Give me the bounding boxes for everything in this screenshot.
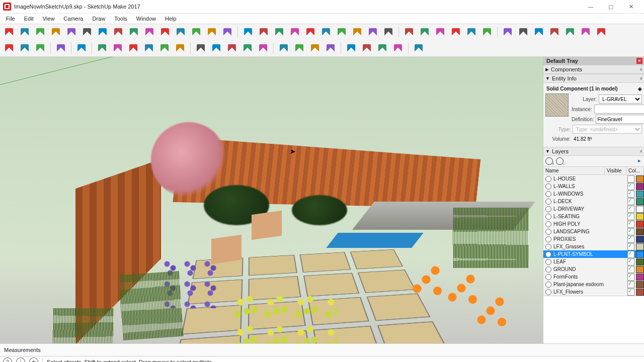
pan-button[interactable] bbox=[292, 41, 306, 55]
layer-visible-checkbox[interactable] bbox=[627, 274, 634, 281]
text-button[interactable] bbox=[225, 41, 239, 55]
redo-button[interactable] bbox=[127, 25, 141, 39]
3pt-arc-button[interactable] bbox=[366, 25, 380, 39]
back-arrow-button[interactable] bbox=[174, 25, 188, 39]
pie-button[interactable] bbox=[381, 25, 395, 39]
layer-row[interactable]: L-HOUSE bbox=[543, 175, 644, 183]
layer-active-radio[interactable] bbox=[545, 191, 551, 197]
camera-button[interactable] bbox=[205, 25, 219, 39]
layer-active-radio[interactable] bbox=[545, 282, 551, 288]
layer-active-radio[interactable] bbox=[545, 251, 551, 257]
arc2-button[interactable] bbox=[54, 41, 68, 55]
offset-button[interactable] bbox=[579, 25, 593, 39]
layer-active-radio[interactable] bbox=[545, 229, 551, 235]
polygon-button[interactable] bbox=[319, 25, 333, 39]
layer-visible-checkbox[interactable] bbox=[627, 228, 634, 235]
select-arrow-button[interactable] bbox=[2, 41, 16, 55]
layer-active-radio[interactable] bbox=[545, 236, 551, 242]
geolocate-button[interactable] bbox=[402, 25, 416, 39]
layer-active-radio[interactable] bbox=[545, 244, 551, 250]
layer-active-radio[interactable] bbox=[545, 221, 551, 227]
layer-visible-checkbox[interactable] bbox=[627, 289, 634, 296]
panel-close-icon[interactable]: × bbox=[639, 76, 642, 81]
viewport-3d[interactable]: ➤ bbox=[0, 57, 543, 343]
layer-row[interactable]: Plant-japanse esdoorn bbox=[543, 281, 644, 288]
info-icon[interactable]: i bbox=[16, 357, 25, 362]
layer-active-radio[interactable] bbox=[545, 176, 551, 182]
layer-row[interactable]: GROUND bbox=[543, 265, 644, 273]
menu-camera[interactable]: Camera bbox=[59, 15, 87, 23]
entity-instance-input[interactable] bbox=[594, 105, 644, 114]
line-button[interactable] bbox=[33, 41, 47, 55]
open-button[interactable] bbox=[18, 25, 32, 39]
minimize-button[interactable]: — bbox=[581, 0, 601, 13]
axes-button[interactable] bbox=[240, 41, 255, 55]
layer-color-swatch[interactable] bbox=[636, 183, 644, 190]
fwd-arrow-button[interactable] bbox=[189, 25, 203, 39]
menu-file[interactable]: File bbox=[2, 15, 19, 23]
rotate-red-button[interactable] bbox=[516, 25, 530, 39]
pushpull-button[interactable] bbox=[95, 41, 109, 55]
3dwarehouse-button[interactable] bbox=[418, 25, 432, 39]
layer-visible-checkbox[interactable] bbox=[627, 258, 634, 265]
scale2-button[interactable] bbox=[157, 41, 172, 55]
layer-row[interactable]: HIGH POLY bbox=[543, 220, 644, 228]
house-side-button[interactable] bbox=[480, 25, 494, 39]
layer-row[interactable]: PROXIES bbox=[543, 235, 644, 243]
menu-window[interactable]: Window bbox=[132, 15, 160, 23]
layer-visible-checkbox[interactable] bbox=[627, 243, 634, 250]
layer-active-radio[interactable] bbox=[545, 266, 551, 273]
panel-components-header[interactable]: ▶ Components × bbox=[543, 65, 644, 74]
zoom-ext-button[interactable] bbox=[324, 41, 338, 55]
layer-color-swatch[interactable] bbox=[636, 243, 644, 250]
eraser-button[interactable] bbox=[18, 41, 32, 55]
orb-button[interactable] bbox=[532, 25, 546, 39]
layer-active-radio[interactable] bbox=[545, 274, 551, 280]
layer-visible-checkbox[interactable] bbox=[627, 266, 634, 273]
layer-color-swatch[interactable] bbox=[636, 175, 644, 183]
close-button[interactable]: ✕ bbox=[621, 0, 641, 13]
layer-visible-checkbox[interactable] bbox=[627, 175, 634, 183]
entity-menu-icon[interactable]: ◈ bbox=[638, 86, 642, 92]
layer-row[interactable]: FormFonts bbox=[543, 273, 644, 281]
layer-color-swatch[interactable] bbox=[636, 198, 644, 205]
orbit-button[interactable] bbox=[277, 41, 291, 55]
layer-visible-checkbox[interactable] bbox=[627, 281, 634, 288]
offset2-button[interactable] bbox=[173, 41, 187, 55]
save-button[interactable] bbox=[33, 25, 47, 39]
paste-button[interactable] bbox=[80, 25, 94, 39]
rectangle-button[interactable] bbox=[272, 25, 286, 39]
menu-draw[interactable]: Draw bbox=[88, 15, 109, 23]
layer-color-swatch[interactable] bbox=[636, 281, 644, 288]
layer-active-radio[interactable] bbox=[545, 259, 551, 265]
2pt-arc-button[interactable] bbox=[350, 25, 364, 39]
layer-active-radio[interactable] bbox=[545, 289, 551, 295]
circle-button[interactable] bbox=[303, 25, 317, 39]
panel-entity-header[interactable]: ▼ Entity Info × bbox=[543, 74, 644, 83]
layers-list[interactable]: L-HOUSEL-WALLSL-WINDOWSL-DECKL-DRIVEWAYL… bbox=[543, 175, 644, 296]
rect2-button[interactable] bbox=[74, 41, 89, 55]
layer-visible-checkbox[interactable] bbox=[627, 198, 634, 205]
protractor-button[interactable] bbox=[209, 41, 223, 55]
layer-visible-checkbox[interactable] bbox=[627, 183, 634, 190]
layer-visible-checkbox[interactable] bbox=[627, 221, 634, 228]
layer-color-swatch[interactable] bbox=[636, 206, 644, 213]
freehand-button[interactable] bbox=[257, 25, 271, 39]
delete-button[interactable] bbox=[96, 25, 110, 39]
layer-visible-checkbox[interactable] bbox=[627, 213, 634, 220]
layer-color-swatch[interactable] bbox=[636, 258, 644, 265]
layer-row[interactable]: L-DRIVEWAY bbox=[543, 205, 644, 213]
layers-flyout-button[interactable]: ▸ bbox=[638, 157, 641, 164]
panel-close-icon[interactable]: × bbox=[639, 149, 642, 154]
maximize-button[interactable]: ▢ bbox=[601, 0, 621, 13]
layer-row[interactable]: LANDSCAPING bbox=[543, 228, 644, 235]
layer-visible-checkbox[interactable] bbox=[627, 206, 634, 213]
menu-tools[interactable]: Tools bbox=[110, 15, 131, 23]
layer-color-swatch[interactable] bbox=[636, 228, 644, 235]
rotate-button[interactable] bbox=[126, 41, 140, 55]
new-button[interactable] bbox=[2, 25, 16, 39]
layer-color-swatch[interactable] bbox=[636, 251, 644, 258]
tray-close-button[interactable]: × bbox=[636, 58, 642, 64]
follow-button[interactable] bbox=[142, 41, 156, 55]
entity-definition-input[interactable] bbox=[596, 115, 644, 124]
